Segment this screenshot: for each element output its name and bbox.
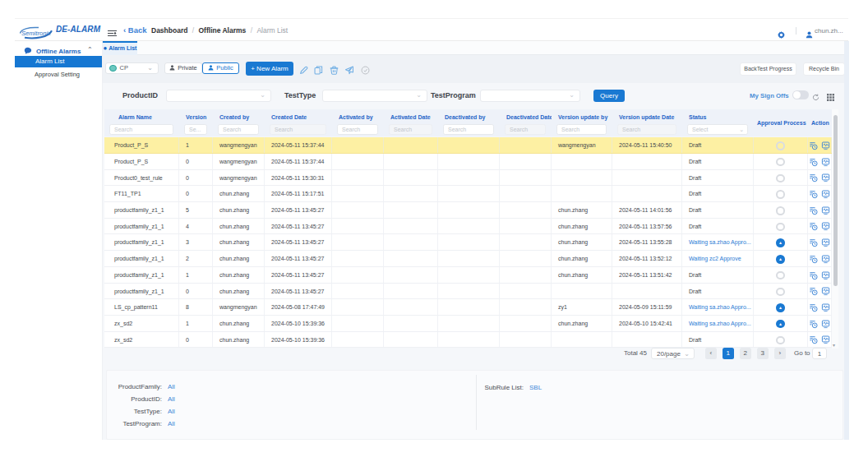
svg-text:Semitronix: Semitronix [21,30,52,37]
